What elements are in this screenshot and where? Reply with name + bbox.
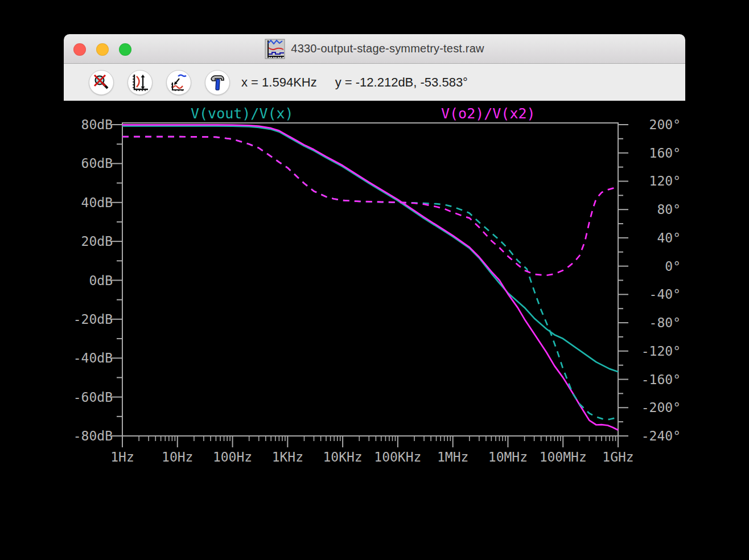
trace-VvoutVx-magnitude <box>122 126 618 372</box>
hammer-icon <box>209 74 226 91</box>
db-axis-label: 20dB <box>64 234 113 249</box>
db-axis-label: 40dB <box>64 195 113 210</box>
title-bar[interactable]: 4330-output-stage-symmetry-test.raw <box>64 34 685 64</box>
trace-Vo2Vx2-phase <box>122 137 618 275</box>
phase-axis-label: 120° <box>631 174 681 188</box>
db-axis-label: 80dB <box>64 117 113 132</box>
close-button[interactable] <box>73 43 86 56</box>
phase-axis-label: 40° <box>631 230 681 245</box>
magnifier-red-x-icon <box>93 74 110 91</box>
toolbar: x = 1.594KHz y = -12.212dB, -53.583° <box>64 64 685 101</box>
cursor-x-readout: x = 1.594KHz <box>241 75 317 90</box>
db-axis-label: -60dB <box>64 390 113 405</box>
phase-axis-label: 200° <box>631 117 681 132</box>
legend-trace-vout[interactable]: V(vout)/V(x) <box>191 105 294 122</box>
phase-axis-label: 80° <box>631 202 681 217</box>
zoom-back-button[interactable] <box>89 70 114 95</box>
minimize-button[interactable] <box>96 43 109 56</box>
freq-axis-label: 1GHz <box>578 450 658 464</box>
axis-vertical-arrows-icon <box>131 74 149 91</box>
phase-axis-label: 0° <box>631 259 681 274</box>
cursor-y-readout: y = -12.212dB, -53.583° <box>335 75 468 90</box>
autorange-y-button[interactable] <box>127 70 153 95</box>
zoom-fit-button[interactable] <box>166 70 191 95</box>
db-axis-label: -40dB <box>64 351 113 365</box>
trace-VvoutVx-phase <box>122 137 618 419</box>
phase-axis-label: -200° <box>631 400 681 415</box>
zoom-button[interactable] <box>119 43 131 56</box>
plot-frame <box>122 123 618 436</box>
curve-arrow-icon <box>170 74 187 91</box>
phase-axis-label: -40° <box>631 287 681 302</box>
legend-trace-o2[interactable]: V(o2)/V(x2) <box>441 105 536 122</box>
db-axis-label: -20dB <box>64 312 113 327</box>
waveform-viewer-window: 4330-output-stage-symmetry-test.raw <box>64 34 685 560</box>
plot-document-icon <box>265 39 285 59</box>
plot-region: 80dB60dB40dB20dB0dB-20dB-40dB-60dB-80dB2… <box>64 101 685 560</box>
db-axis-label: 0dB <box>64 273 113 288</box>
settings-button[interactable] <box>205 70 230 95</box>
phase-axis-label: 160° <box>631 146 681 160</box>
title-group: 4330-output-stage-symmetry-test.raw <box>265 39 484 59</box>
traffic-lights <box>73 43 131 56</box>
window-title: 4330-output-stage-symmetry-test.raw <box>291 42 484 55</box>
phase-axis-label: -160° <box>631 372 681 387</box>
bode-plot <box>64 101 685 560</box>
phase-axis-label: -240° <box>631 429 681 443</box>
trace-Vo2Vx2-magnitude <box>122 125 618 430</box>
phase-axis-label: -80° <box>631 315 681 330</box>
db-axis-label: -80dB <box>64 429 113 443</box>
db-axis-label: 60dB <box>64 156 113 171</box>
phase-axis-label: -120° <box>631 344 681 359</box>
